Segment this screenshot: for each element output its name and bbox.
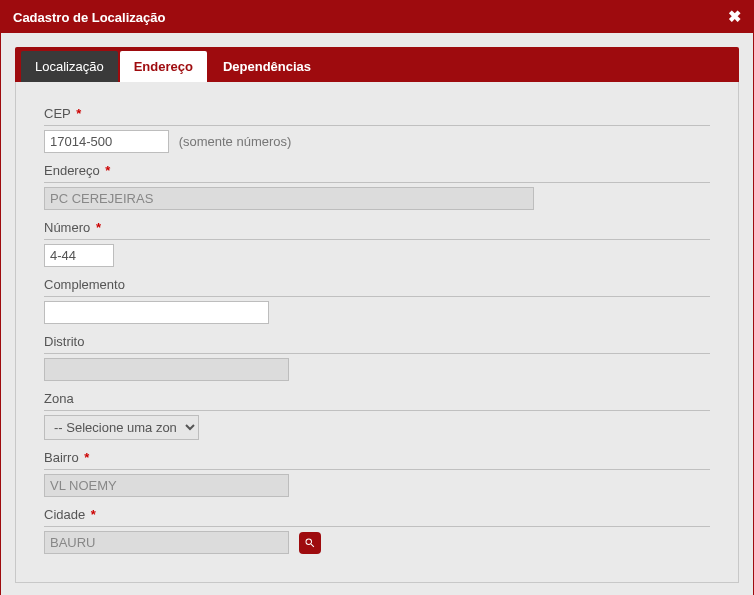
input-numero[interactable] bbox=[44, 244, 114, 267]
required-marker: * bbox=[84, 450, 89, 465]
close-icon[interactable]: ✖ bbox=[728, 9, 741, 25]
dialog-title: Cadastro de Localização bbox=[13, 10, 165, 25]
label-zona: Zona bbox=[44, 391, 74, 406]
label-cidade: Cidade bbox=[44, 507, 85, 522]
field-cep: CEP * (somente números) bbox=[44, 106, 710, 153]
input-endereco bbox=[44, 187, 534, 210]
label-complemento: Complemento bbox=[44, 277, 125, 292]
hint-cep: (somente números) bbox=[179, 134, 292, 149]
input-distrito bbox=[44, 358, 289, 381]
tab-dependencias[interactable]: Dependências bbox=[209, 51, 325, 82]
field-distrito: Distrito bbox=[44, 334, 710, 381]
select-zona[interactable]: -- Selecione uma zona -- bbox=[44, 415, 199, 440]
label-bairro: Bairro bbox=[44, 450, 79, 465]
required-marker: * bbox=[76, 106, 81, 121]
label-distrito: Distrito bbox=[44, 334, 84, 349]
label-endereco: Endereço bbox=[44, 163, 100, 178]
field-complemento: Complemento bbox=[44, 277, 710, 324]
input-cep[interactable] bbox=[44, 130, 169, 153]
dialog-cadastro-localizacao: Cadastro de Localização ✖ Localização En… bbox=[0, 0, 754, 595]
search-icon bbox=[304, 537, 316, 549]
form-panel: CEP * (somente números) Endereço * Núm bbox=[15, 82, 739, 583]
field-numero: Número * bbox=[44, 220, 710, 267]
input-complemento[interactable] bbox=[44, 301, 269, 324]
required-marker: * bbox=[96, 220, 101, 235]
input-cidade bbox=[44, 531, 289, 554]
field-bairro: Bairro * bbox=[44, 450, 710, 497]
input-bairro bbox=[44, 474, 289, 497]
search-cidade-button[interactable] bbox=[299, 532, 321, 554]
required-marker: * bbox=[105, 163, 110, 178]
required-marker: * bbox=[91, 507, 96, 522]
tab-localizacao[interactable]: Localização bbox=[21, 51, 118, 82]
field-zona: Zona -- Selecione uma zona -- bbox=[44, 391, 710, 440]
field-endereco: Endereço * bbox=[44, 163, 710, 210]
dialog-titlebar: Cadastro de Localização ✖ bbox=[1, 1, 753, 33]
dialog-body: Localização Endereço Dependências CEP * … bbox=[1, 33, 753, 595]
tab-bar: Localização Endereço Dependências bbox=[15, 47, 739, 82]
field-cidade: Cidade * bbox=[44, 507, 710, 554]
label-numero: Número bbox=[44, 220, 90, 235]
tab-endereco[interactable]: Endereço bbox=[120, 51, 207, 82]
label-cep: CEP bbox=[44, 106, 71, 121]
